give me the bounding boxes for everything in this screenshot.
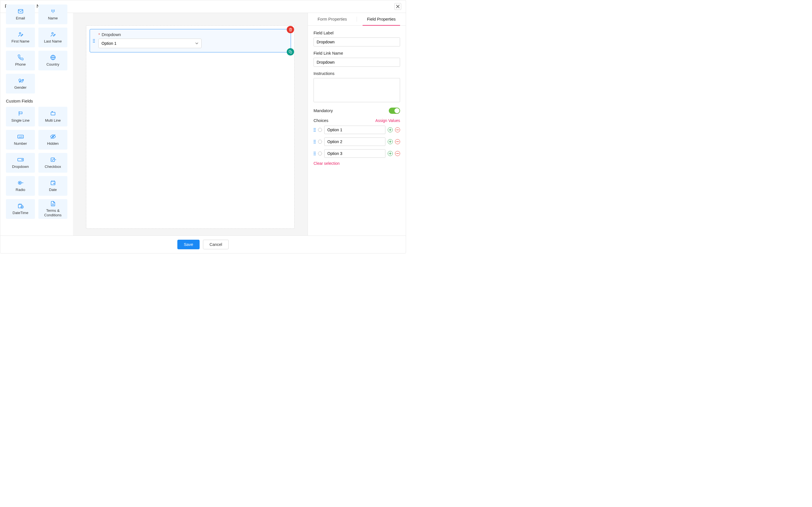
add-choice-button[interactable] (388, 151, 393, 156)
canvas-dropdown-value[interactable] (98, 39, 202, 48)
svg-point-60 (315, 153, 316, 154)
svg-point-51 (314, 140, 315, 141)
field-tile-phone[interactable]: Phone (6, 51, 35, 70)
svg-point-43 (94, 42, 95, 43)
copy-icon (289, 50, 292, 54)
tab-field-properties[interactable]: Field Properties (357, 13, 406, 25)
field-tile-dropdown[interactable]: Dropdown (6, 153, 35, 173)
remove-choice-button[interactable] (395, 139, 400, 144)
tab-form-properties[interactable]: Form Properties (308, 13, 357, 25)
name-icon (50, 8, 56, 14)
choice-default-radio[interactable] (318, 140, 322, 144)
field-link-input[interactable] (313, 58, 400, 67)
field-tile-country[interactable]: Country (38, 51, 67, 70)
svg-point-46 (315, 128, 316, 129)
close-button[interactable] (395, 3, 401, 10)
canvas-field-dropdown[interactable]: * Dropdown (90, 29, 291, 52)
choice-input[interactable] (324, 126, 386, 134)
drag-handle-icon[interactable] (93, 39, 95, 43)
trash-icon (289, 28, 292, 32)
svg-point-62 (315, 155, 316, 156)
phone-icon (17, 54, 24, 61)
svg-point-59 (314, 153, 315, 154)
cancel-button[interactable]: Cancel (203, 240, 229, 249)
field-tile-label: First Name (11, 39, 30, 44)
drag-handle-icon[interactable] (313, 128, 316, 132)
field-tile-terms[interactable]: Terms & Conditions (38, 199, 67, 219)
dropdown-icon (17, 157, 24, 163)
field-tile-label: Country (47, 62, 59, 67)
remove-choice-button[interactable] (395, 127, 400, 132)
choice-input[interactable] (324, 137, 386, 146)
drag-handle-icon[interactable] (313, 152, 316, 156)
mandatory-toggle[interactable] (389, 108, 400, 114)
svg-point-57 (314, 152, 315, 153)
svg-rect-44 (290, 51, 292, 53)
field-label-input[interactable] (313, 38, 400, 47)
field-tile-label: Date (49, 187, 57, 192)
field-tile-label: Gender (14, 86, 27, 90)
svg-point-41 (94, 40, 95, 41)
choice-input[interactable] (324, 149, 386, 158)
hidden-icon (50, 133, 56, 140)
email-icon (17, 8, 24, 14)
field-tile-first-name[interactable]: First Name (6, 27, 35, 47)
svg-rect-24 (51, 158, 54, 162)
svg-point-54 (315, 142, 316, 142)
choices-caption: Choices (313, 118, 328, 123)
svg-point-48 (315, 129, 316, 130)
choice-default-radio[interactable] (318, 128, 322, 132)
field-tile-radio[interactable]: Radio (6, 176, 35, 196)
save-button[interactable]: Save (177, 240, 200, 249)
field-tile-label: Single Line (11, 118, 29, 123)
svg-point-38 (93, 39, 94, 40)
delete-field-button[interactable] (287, 26, 294, 33)
required-indicator: * (98, 33, 100, 37)
field-tile-label: Terms & Conditions (38, 209, 67, 217)
svg-point-45 (314, 128, 315, 129)
duplicate-field-button[interactable] (287, 48, 294, 55)
svg-point-61 (314, 155, 315, 156)
number-icon: 123 (17, 133, 24, 140)
canvas-dropdown-select[interactable] (98, 39, 202, 48)
field-tile-name[interactable]: Name (38, 4, 67, 24)
globe-icon (50, 54, 56, 61)
datetime-icon (17, 203, 24, 209)
field-tile-gender[interactable]: Gender (6, 74, 35, 94)
drag-handle-icon[interactable] (313, 140, 316, 144)
field-tile-datetime[interactable]: DateTime (6, 199, 35, 219)
field-tile-label: Name (48, 16, 58, 20)
person-edit-icon (50, 31, 56, 38)
svg-point-47 (314, 129, 315, 130)
field-tile-label: Last Name (44, 39, 62, 44)
field-tile-hidden[interactable]: Hidden (38, 130, 67, 150)
field-tile-single-line[interactable]: Single Line (6, 107, 35, 126)
close-icon (396, 5, 400, 8)
remove-choice-button[interactable] (395, 151, 400, 156)
checkbox-icon (50, 157, 56, 163)
field-tile-checkbox[interactable]: Checkbox (38, 153, 67, 173)
field-tile-label: Phone (15, 62, 26, 67)
instructions-input[interactable] (313, 78, 400, 102)
clear-selection-link[interactable]: Clear selection (313, 161, 340, 166)
form-canvas[interactable]: * Dropdown (86, 25, 295, 229)
person-edit-icon (17, 31, 24, 38)
choice-default-radio[interactable] (318, 152, 322, 156)
field-tile-last-name[interactable]: Last Name (38, 27, 67, 47)
modal-footer: Save Cancel (0, 235, 406, 253)
canvas-field-label: Dropdown (101, 32, 121, 37)
field-tile-email[interactable]: Email (6, 4, 35, 24)
svg-point-39 (94, 39, 95, 40)
field-tile-number[interactable]: 123Number (6, 130, 35, 150)
svg-point-50 (315, 131, 316, 132)
field-tile-multi-line[interactable]: Multi Line (38, 107, 67, 126)
field-tile-date[interactable]: Date (38, 176, 67, 196)
add-choice-button[interactable] (388, 139, 393, 144)
choice-row (313, 149, 400, 158)
choice-row (313, 137, 400, 146)
field-tile-label: DateTime (13, 211, 29, 215)
svg-point-9 (18, 79, 20, 81)
assign-values-link[interactable]: Assign Values (375, 118, 400, 123)
svg-point-53 (314, 142, 315, 142)
add-choice-button[interactable] (388, 127, 393, 132)
